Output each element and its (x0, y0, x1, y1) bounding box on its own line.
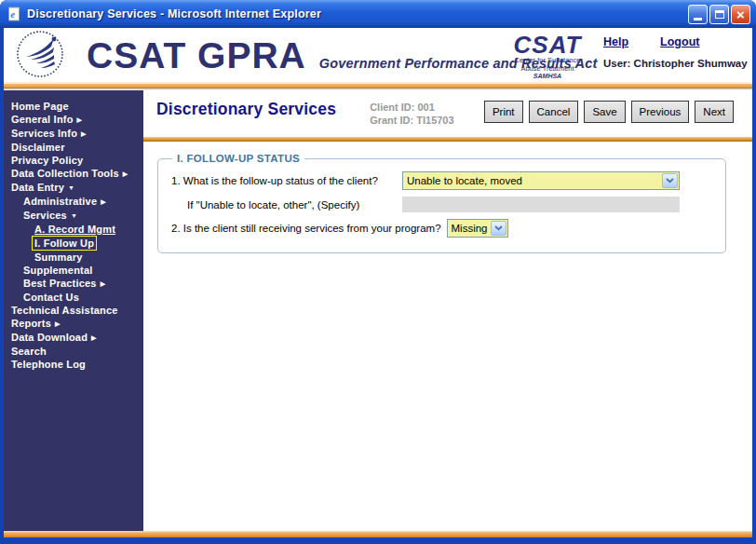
csat-logo-acronym: CSAT (499, 33, 596, 57)
arrow-down-icon: ▼ (68, 184, 74, 191)
record-ids: Client ID: 001 Grant ID: TI15703 (370, 101, 453, 127)
footer-bar (4, 531, 752, 537)
sidebar-nav: Home PageGeneral Info▶Services Info▶Disc… (4, 90, 143, 531)
help-link[interactable]: Help (603, 35, 628, 48)
sidebar-item-contact-us[interactable]: Contact Us (4, 291, 143, 304)
sidebar-item-label: Summary (34, 252, 83, 263)
window-title: Discretionary Services - Microsoft Inter… (27, 7, 321, 20)
sidebar-item-supplemental[interactable]: Supplemental (4, 264, 143, 277)
csat-logo-line2: Abuse Treatment (499, 65, 596, 74)
user-label: User: Christopher Shumway (603, 58, 748, 69)
specify-row: If "Unable to locate, other", (Specify) (171, 197, 716, 212)
sidebar-item-summary[interactable]: Summary (4, 251, 143, 264)
print-button[interactable]: Print (484, 101, 523, 123)
sidebar-item-label: A. Record Mgmt (34, 224, 115, 235)
sidebar-item-label: Data Download (11, 332, 88, 343)
chevron-down-icon (491, 221, 506, 236)
followup-status-value: Unable to locate, moved (403, 175, 661, 186)
sidebar-item-privacy-policy[interactable]: Privacy Policy (4, 154, 143, 167)
receiving-services-value: Missing Dat (448, 223, 490, 234)
sidebar-item-data-download[interactable]: Data Download▶ (4, 331, 143, 345)
followup-status-legend: I. FOLLOW-UP STATUS (172, 153, 304, 164)
browser-window: e Discretionary Services - Microsoft Int… (0, 0, 756, 544)
arrow-right-icon: ▶ (91, 334, 97, 341)
sidebar-item-label: Reports (11, 318, 51, 329)
previous-button[interactable]: Previous (631, 101, 690, 123)
page-frame: CSAT GPRA Government Performance and Res… (4, 28, 752, 537)
minimize-icon (694, 18, 702, 20)
svg-text:e: e (10, 8, 15, 20)
sidebar-item-label: Disclaimer (11, 142, 65, 153)
close-icon: × (736, 7, 745, 21)
question-1-row: 1. What is the follow-up status of the c… (171, 171, 716, 190)
arrow-right-icon: ▶ (101, 280, 106, 287)
sidebar-item-label: I. Follow Up (32, 236, 97, 251)
csat-logo: CSAT Center for Substance Abuse Treatmen… (499, 33, 596, 80)
arrow-right-icon: ▶ (81, 130, 87, 137)
logout-link[interactable]: Logout (660, 35, 699, 48)
sidebar-item-i-follow-up[interactable]: I. Follow Up (4, 236, 143, 251)
sidebar-item-label: Supplemental (23, 265, 93, 276)
sidebar-item-technical-assistance[interactable]: Technical Assistance (4, 304, 143, 317)
question-2-row: 2. Is the client still receiving service… (171, 219, 716, 238)
arrow-right-icon: ▶ (101, 198, 106, 205)
sidebar-item-data-entry[interactable]: Data Entry▼ (4, 181, 143, 195)
followup-status-select[interactable]: Unable to locate, moved (402, 171, 680, 190)
question-1-label: 1. What is the follow-up status of the c… (171, 175, 402, 186)
maximize-button[interactable] (709, 5, 729, 24)
close-button[interactable]: × (731, 5, 750, 24)
minimize-button[interactable] (688, 5, 708, 24)
app-header: CSAT GPRA Government Performance and Res… (4, 28, 752, 82)
content-area: Discretionary Services Client ID: 001 Gr… (143, 90, 752, 531)
sidebar-item-services[interactable]: Services▼ (4, 209, 143, 223)
sidebar-item-label: Best Practices (23, 278, 97, 289)
question-2-label: 2. Is the client still receiving service… (171, 223, 441, 234)
title-bar[interactable]: e Discretionary Services - Microsoft Int… (0, 0, 756, 28)
arrow-right-icon: ▶ (55, 320, 61, 327)
followup-status-fieldset: I. FOLLOW-UP STATUS 1. What is the follo… (157, 153, 726, 253)
hhs-logo (16, 30, 64, 82)
sidebar-item-services-info[interactable]: Services Info▶ (4, 127, 143, 141)
sidebar-item-data-collection-tools[interactable]: Data Collection Tools▶ (4, 167, 143, 181)
sidebar-item-label: General Info (11, 114, 74, 125)
sidebar-item-general-info[interactable]: General Info▶ (4, 113, 143, 127)
sidebar-item-search[interactable]: Search (4, 345, 143, 358)
cancel-button[interactable]: Cancel (529, 101, 579, 123)
sidebar-item-label: Services (23, 210, 67, 221)
sidebar-item-label: Technical Assistance (11, 305, 118, 316)
sidebar-item-label: Search (11, 346, 47, 357)
save-button[interactable]: Save (584, 101, 625, 123)
client-id-label: Client ID: 001 (370, 101, 453, 114)
sidebar-item-disclaimer[interactable]: Disclaimer (4, 141, 143, 154)
sidebar-item-a-record-mgmt[interactable]: A. Record Mgmt (4, 223, 143, 236)
sidebar-item-label: Data Collection Tools (11, 168, 119, 179)
header-divider-bar (4, 82, 752, 90)
sidebar-item-label: Data Entry (11, 182, 64, 193)
sidebar-item-label: Privacy Policy (11, 155, 83, 166)
sidebar-item-administrative[interactable]: Administrative▶ (4, 195, 143, 209)
specify-other-label: If "Unable to locate, other", (Specify) (171, 199, 402, 211)
sidebar-item-label: Contact Us (23, 292, 79, 303)
sidebar-item-telephone-log[interactable]: Telephone Log (4, 358, 143, 371)
maximize-icon (715, 10, 724, 19)
content-header: Discretionary Services Client ID: 001 Gr… (143, 90, 752, 137)
arrow-down-icon: ▼ (71, 212, 77, 219)
brand-title: CSAT GPRA (87, 37, 306, 74)
content-divider-bar (143, 137, 752, 142)
chevron-down-icon (662, 173, 678, 188)
header-links: Help Logout User: Christopher Shumway (603, 35, 748, 69)
next-button[interactable]: Next (695, 101, 734, 123)
main-area: Home PageGeneral Info▶Services Info▶Disc… (4, 90, 752, 531)
sidebar-item-label: Administrative (23, 196, 97, 207)
sidebar-item-best-practices[interactable]: Best Practices▶ (4, 277, 143, 291)
specify-other-input[interactable] (402, 197, 680, 212)
sidebar-item-home-page[interactable]: Home Page (4, 100, 143, 113)
page-title: Discretionary Services (156, 100, 336, 119)
internet-explorer-icon[interactable]: e (6, 6, 22, 22)
window-controls: × (688, 5, 750, 24)
toolbar-buttons: PrintCancelSavePreviousNext (484, 101, 734, 123)
arrow-right-icon: ▶ (77, 116, 83, 123)
sidebar-item-reports[interactable]: Reports▶ (4, 317, 143, 331)
sidebar-item-label: Services Info (11, 128, 77, 139)
receiving-services-select[interactable]: Missing Dat (447, 219, 508, 238)
